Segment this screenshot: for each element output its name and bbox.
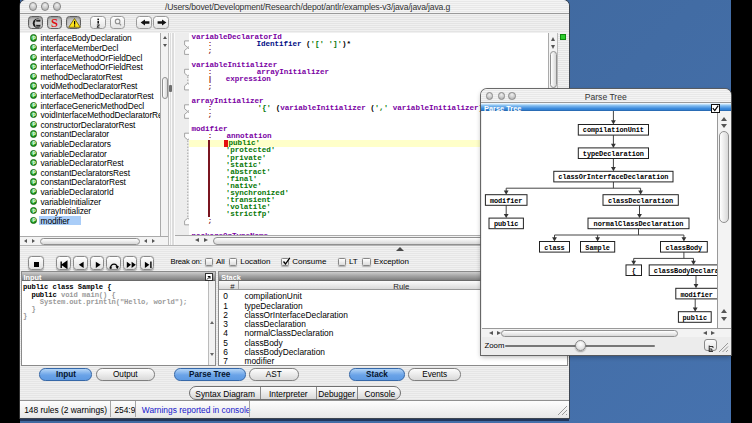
svg-text:Sample: Sample (585, 244, 610, 252)
svg-text:class: class (544, 244, 564, 252)
svg-text:classBody: classBody (666, 244, 703, 252)
svg-text:compilationUnit: compilationUnit (583, 126, 644, 134)
svg-text:classDeclaration: classDeclaration (608, 197, 673, 205)
svg-text:public: public (683, 314, 708, 322)
svg-text:classOrInterfaceDeclaration: classOrInterfaceDeclaration (558, 173, 668, 181)
svg-text:typeDeclaration: typeDeclaration (583, 150, 644, 158)
svg-text:public: public (494, 220, 519, 228)
svg-text:modifier: modifier (680, 291, 713, 299)
svg-text:modifier: modifier (490, 197, 523, 205)
svg-text:normalClassDeclaration: normalClassDeclaration (594, 220, 684, 228)
svg-text:classBodyDeclaration: classBodyDeclaration (654, 267, 717, 275)
svg-text:{: { (632, 267, 636, 275)
